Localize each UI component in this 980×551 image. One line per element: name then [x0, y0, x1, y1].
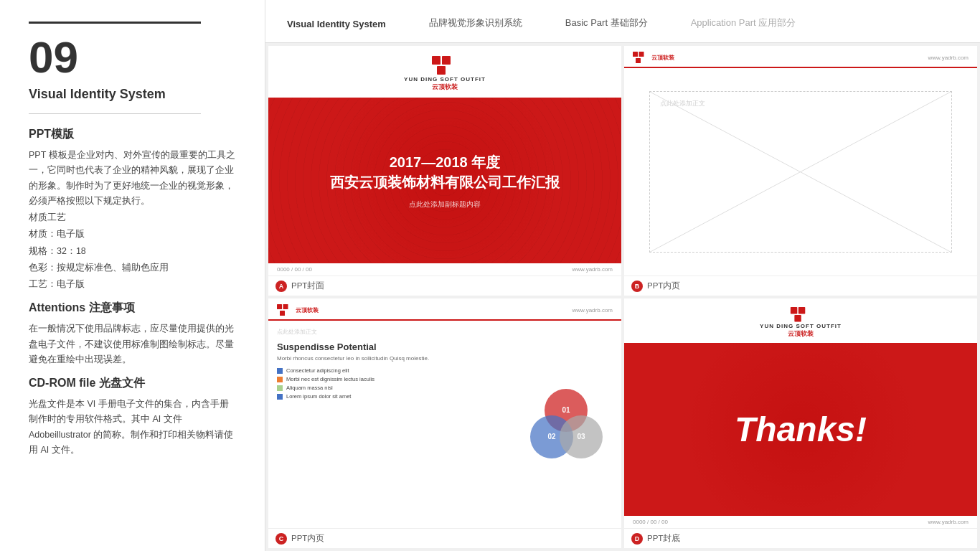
- nav-item-brand[interactable]: 品牌视觉形象识别系统: [429, 17, 522, 32]
- sidebar-top-line: [29, 22, 201, 24]
- slide-preview-c: 云顶软装 www.yadrb.com 点此处添加正文 Suspendisse P…: [268, 298, 621, 528]
- slide-card-c: 云顶软装 www.yadrb.com 点此处添加正文 Suspendisse P…: [268, 298, 621, 548]
- slide-c-header-right: www.yadrb.com: [573, 307, 613, 314]
- slide-c-left: 点此处添加正文 Suspendisse Potential Morbi rhon…: [277, 328, 511, 521]
- legend-dot-3: [277, 394, 283, 400]
- slide-a-title: 2017—2018 年度西安云顶装饰材料有限公司工作汇报: [330, 152, 560, 192]
- slide-a-header: YUN DING SOFT OUTFIT 云顶软装: [268, 46, 621, 98]
- legend-item-2: Aliquam massa nisl: [277, 385, 511, 391]
- svg-rect-5: [636, 58, 641, 63]
- svg-rect-10: [280, 311, 285, 316]
- nav-item-basic[interactable]: Basic Part 基础部分: [565, 17, 648, 32]
- legend-dot-2: [277, 385, 283, 391]
- slide-b-logo-cn: 云顶软装: [651, 54, 674, 62]
- venn-circle-03: 03: [560, 415, 603, 458]
- slide-a-footer-right: www.yadrb.com: [573, 266, 613, 273]
- top-nav: Visual Identity System 品牌视觉形象识别系统 Basic …: [265, 0, 980, 43]
- cdrom-para-0: 光盘文件是本 VI 手册电子文件的集合，内含手册制作时的专用软件格式。其中 AI…: [29, 397, 236, 458]
- section-body-attentions: 在一般情况下使用品牌标志，应尽量使用提供的光盘电子文件，不建议使用标准制图绘制标…: [29, 321, 236, 367]
- legend-item-1: Morbi nec est dignissim lectus iaculis: [277, 376, 511, 382]
- ppt-para-5: 工艺：电子版: [29, 277, 236, 292]
- slide-a-subtitle: 点此处添加副标题内容: [409, 199, 481, 209]
- section-heading-attentions: Attentions 注意事项: [29, 301, 236, 316]
- svg-rect-12: [798, 307, 805, 314]
- slide-c-header: 云顶软装 www.yadrb.com: [268, 298, 621, 321]
- svg-rect-0: [432, 56, 440, 65]
- ppt-para-3: 规格：32：18: [29, 244, 236, 259]
- slide-card-b: 云顶软装 www.yadrb.com 点此处添加正文: [624, 46, 977, 296]
- logo-icon-a: [432, 56, 458, 76]
- thanks-text: Thanks!: [735, 410, 867, 449]
- slide-card-a: YUN DING SOFT OUTFIT 云顶软装 2017—2018 年度西安…: [268, 46, 621, 296]
- logo-icon-d: [790, 307, 811, 323]
- venn-diagram: 01 02 03: [527, 385, 606, 464]
- slide-a-footer-left: 0000 / 00 / 00: [277, 266, 312, 273]
- main-area: Visual Identity System 品牌视觉形象识别系统 Basic …: [265, 0, 980, 551]
- ppt-para-2: 材质：电子版: [29, 227, 236, 242]
- slide-preview-b: 云顶软装 www.yadrb.com 点此处添加正文: [624, 46, 977, 276]
- slide-b-header: 云顶软装 www.yadrb.com: [624, 46, 977, 68]
- svg-rect-13: [794, 315, 801, 321]
- sidebar-divider: [29, 113, 201, 114]
- slide-label-b: B PPT内页: [624, 276, 977, 296]
- logo-text-cn-d: 云顶软装: [788, 329, 814, 339]
- slide-b-main: 点此处添加正文: [624, 68, 977, 276]
- legend-item-3: Lorem ipsum dolor sit amet: [277, 393, 511, 400]
- slide-d-footer: 0000 / 00 / 00 www.yadrb.com: [624, 516, 977, 528]
- slide-a-main: 2017—2018 年度西安云顶装饰材料有限公司工作汇报 点此处添加副标题内容: [268, 98, 621, 263]
- nav-item-vis[interactable]: Visual Identity System: [287, 19, 386, 32]
- slide-c-logo: 云顶软装: [277, 304, 319, 316]
- section-body-cdrom: 光盘文件是本 VI 手册电子文件的集合，内含手册制作时的专用软件格式。其中 AI…: [29, 397, 236, 458]
- slide-letter-c: C: [275, 533, 287, 545]
- slide-d-main: Thanks!: [624, 343, 977, 516]
- slide-d-header: YUN DING SOFT OUTFIT 云顶软装: [624, 298, 977, 343]
- slide-c-chart-title: Suspendisse Potential: [277, 342, 511, 352]
- sidebar: 09 Visual Identity System PPT模版 PPT 模板是企…: [0, 0, 265, 551]
- svg-rect-11: [791, 307, 797, 314]
- svg-rect-3: [633, 52, 638, 57]
- section-body-ppt: PPT 模板是企业对内、对外宣传的最重要的工具之一，它同时也代表了企业的精神风貌…: [29, 148, 236, 292]
- logo-text-cn-a: 云顶软装: [432, 83, 458, 92]
- slide-preview-a: YUN DING SOFT OUTFIT 云顶软装 2017—2018 年度西安…: [268, 46, 621, 276]
- slide-d-footer-right: www.yadrb.com: [928, 519, 969, 525]
- slide-b-header-right: www.yadrb.com: [928, 55, 969, 61]
- slide-label-text-d: PPT封底: [647, 533, 680, 544]
- nav-item-app[interactable]: Application Part 应用部分: [691, 17, 796, 32]
- svg-rect-4: [639, 52, 644, 57]
- legend-item-0: Consectetur adipiscing elit: [277, 367, 511, 374]
- ppt-para-0: PPT 模板是企业对内、对外宣传的最重要的工具之一，它同时也代表了企业的精神风貌…: [29, 148, 236, 209]
- svg-rect-8: [277, 304, 282, 309]
- legend-dot-0: [277, 368, 283, 374]
- slide-letter-a: A: [275, 281, 287, 292]
- slide-letter-b: B: [631, 281, 643, 292]
- logo-text-en-d: YUN DING SOFT OUTFIT: [760, 323, 842, 329]
- slide-card-d: YUN DING SOFT OUTFIT 云顶软装 Thanks! 0000 /…: [624, 298, 977, 548]
- slide-preview-d: YUN DING SOFT OUTFIT 云顶软装 Thanks! 0000 /…: [624, 298, 977, 528]
- slide-label-text-c: PPT内页: [291, 533, 324, 544]
- slide-b-dashed-box: 点此处添加正文: [649, 91, 951, 253]
- svg-rect-1: [442, 56, 451, 65]
- ppt-para-4: 色彩：按规定标准色、辅助色应用: [29, 260, 236, 276]
- section-heading-ppt: PPT模版: [29, 127, 236, 142]
- slide-label-text-a: PPT封面: [291, 281, 324, 291]
- slide-c-main: 点此处添加正文 Suspendisse Potential Morbi rhon…: [268, 321, 621, 528]
- slide-c-chart-subtitle: Morbi rhoncus consectetur leo in sollici…: [277, 355, 511, 362]
- ppt-para-1: 材质工艺: [29, 210, 236, 225]
- slide-label-a: A PPT封面: [268, 276, 621, 296]
- slide-c-legend: Consectetur adipiscing elit Morbi nec es…: [277, 367, 511, 402]
- slide-c-right: 01 02 03: [519, 328, 613, 521]
- svg-rect-9: [283, 304, 288, 309]
- slide-a-footer: 0000 / 00 / 00 www.yadrb.com: [268, 263, 621, 276]
- slide-letter-d: D: [631, 533, 643, 545]
- section-heading-cdrom: CD-ROM file 光盘文件: [29, 376, 236, 391]
- legend-dot-1: [277, 377, 283, 382]
- slide-label-d: D PPT封底: [624, 528, 977, 548]
- slide-label-text-b: PPT内页: [647, 281, 680, 291]
- content-grid: YUN DING SOFT OUTFIT 云顶软装 2017—2018 年度西安…: [265, 43, 980, 551]
- slide-b-logo: 云顶软装: [633, 52, 674, 64]
- slide-label-c: C PPT内页: [268, 528, 621, 548]
- slide-c-logo-cn: 云顶软装: [296, 306, 319, 314]
- sidebar-number: 09: [29, 35, 236, 80]
- slide-d-footer-left: 0000 / 00 / 00: [633, 519, 668, 525]
- attentions-para-0: 在一般情况下使用品牌标志，应尽量使用提供的光盘电子文件，不建议使用标准制图绘制标…: [29, 321, 236, 367]
